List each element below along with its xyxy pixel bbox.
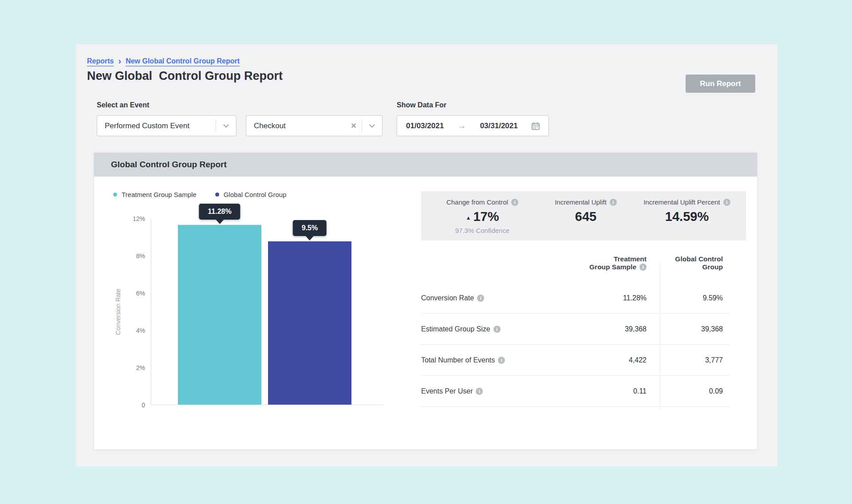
bar-value-tooltip: 9.5% — [293, 220, 327, 236]
stat-value: 645 — [575, 209, 596, 224]
y-axis-tick: 4% — [136, 327, 145, 334]
y-axis-ticks: 12%8%6%4%2%0 — [123, 219, 145, 405]
column-divider — [660, 263, 660, 410]
report-panel: Global Control Group Report Treatment Gr… — [94, 153, 757, 449]
event-type-value: Performed Custom Event — [97, 122, 216, 130]
bar-control-group — [268, 241, 351, 405]
y-axis-tick: 8% — [136, 252, 145, 260]
treatment-value: 4,422 — [540, 356, 660, 364]
info-icon[interactable] — [511, 199, 518, 206]
legend-item: Global Control Group — [215, 191, 287, 198]
page-title: New Global Control Group Report — [87, 69, 283, 83]
breadcrumb-link-reports[interactable]: Reports — [87, 57, 114, 65]
event-filter-group: Select an Event Performed Custom Event C… — [97, 101, 383, 136]
event-type-dropdown[interactable]: Performed Custom Event — [97, 115, 237, 136]
stat-incremental-uplift-percent: Incremental Uplift Percent 14.59% — [628, 198, 746, 240]
info-icon[interactable] — [498, 357, 505, 364]
stat-incremental-uplift: Incremental Uplift 645 — [544, 198, 628, 240]
y-axis-title: Conversion Rate — [113, 219, 123, 405]
y-axis-tick: 0 — [142, 402, 145, 409]
run-report-button[interactable]: Run Report — [686, 75, 755, 93]
clear-selection-icon[interactable] — [346, 122, 362, 130]
legend-dot-icon — [215, 193, 219, 197]
y-axis-tick: 2% — [136, 364, 145, 371]
legend-dot-icon — [113, 193, 117, 197]
breadcrumb-link-current-report[interactable]: New Global Control Group Report — [126, 57, 240, 65]
select-event-label: Select an Event — [97, 101, 383, 109]
chart-legend: Treatment Group SampleGlobal Control Gro… — [113, 191, 384, 198]
event-name-dropdown[interactable]: Checkout — [246, 115, 383, 136]
chart-section: Treatment Group SampleGlobal Control Gro… — [113, 191, 384, 405]
y-axis-tick: 12% — [133, 215, 145, 222]
info-icon[interactable] — [723, 199, 730, 206]
summary-stats: Change from Control 17% 97.3% Confidence… — [421, 191, 746, 240]
metrics-table: Treatment Group Sample Global Control Gr… — [421, 255, 730, 407]
control-value: 0.09 — [660, 387, 730, 395]
stat-label: Incremental Uplift Percent — [643, 198, 720, 206]
breadcrumb: Reports New Global Control Group Report — [87, 56, 240, 66]
column-header-treatment: Treatment Group Sample — [540, 255, 660, 271]
info-icon[interactable] — [639, 264, 647, 271]
table-row: Conversion Rate 11.28% 9.59% — [421, 283, 730, 314]
panel-header: Global Control Group Report — [94, 153, 757, 177]
info-icon[interactable] — [477, 295, 484, 302]
y-axis-tick: 6% — [136, 290, 145, 297]
table-header-row: Treatment Group Sample Global Control Gr… — [421, 255, 730, 283]
table-row: Total Number of Events 4,422 3,777 — [421, 345, 730, 376]
row-label: Events Per User — [421, 387, 473, 395]
bar-value-tooltip: 11.28% — [199, 204, 240, 220]
legend-label: Treatment Group Sample — [122, 191, 197, 198]
arrow-up-icon — [466, 209, 471, 224]
legend-label: Global Control Group — [224, 191, 287, 198]
arrow-right-icon — [458, 121, 466, 131]
filters-row: Select an Event Performed Custom Event C… — [97, 101, 549, 136]
control-value: 9.59% — [660, 294, 730, 302]
stat-value: 17% — [473, 209, 499, 224]
calendar-icon[interactable] — [532, 122, 540, 130]
info-icon[interactable] — [476, 388, 483, 395]
table-row: Estimated Group Size 39,368 39,368 — [421, 314, 730, 345]
chevron-down-icon[interactable] — [362, 125, 382, 127]
bar-treatment-group — [178, 225, 261, 405]
show-data-for-label: Show Data For — [397, 101, 549, 109]
info-icon[interactable] — [493, 326, 501, 333]
date-range-picker[interactable]: 01/03/2021 03/31/2021 — [397, 115, 549, 136]
event-name-value: Checkout — [246, 122, 346, 130]
report-card: Reports New Global Control Group Report … — [76, 44, 777, 466]
column-header-control: Global Control Group — [660, 255, 730, 271]
control-value: 3,777 — [660, 356, 730, 364]
date-filter-group: Show Data For 01/03/2021 03/31/2021 — [397, 101, 549, 136]
end-date-field[interactable]: 03/31/2021 — [480, 122, 518, 130]
row-label: Conversion Rate — [421, 294, 474, 302]
treatment-value: 39,368 — [540, 325, 660, 333]
row-label: Estimated Group Size — [421, 325, 490, 333]
treatment-value: 11.28% — [540, 294, 660, 302]
control-value: 39,368 — [660, 325, 730, 333]
table-row: Events Per User 0.11 0.09 — [421, 376, 730, 407]
chevron-right-icon — [118, 56, 121, 66]
panel-title: Global Control Group Report — [111, 160, 227, 169]
treatment-value: 0.11 — [540, 387, 660, 395]
row-label: Total Number of Events — [421, 356, 495, 364]
stat-value: 14.59% — [665, 209, 709, 224]
metrics-section: Change from Control 17% 97.3% Confidence… — [421, 191, 746, 407]
stat-label: Change from Control — [446, 198, 508, 206]
info-icon[interactable] — [610, 199, 617, 206]
stat-change-from-control: Change from Control 17% 97.3% Confidence — [421, 198, 544, 240]
chevron-down-icon[interactable] — [216, 125, 236, 127]
bar-chart-plot: 11.28%9.5% — [151, 219, 384, 405]
legend-item: Treatment Group Sample — [113, 191, 197, 198]
stat-label: Incremental Uplift — [555, 198, 607, 206]
start-date-field[interactable]: 01/03/2021 — [406, 122, 444, 130]
confidence-text: 97.3% Confidence — [421, 227, 544, 234]
